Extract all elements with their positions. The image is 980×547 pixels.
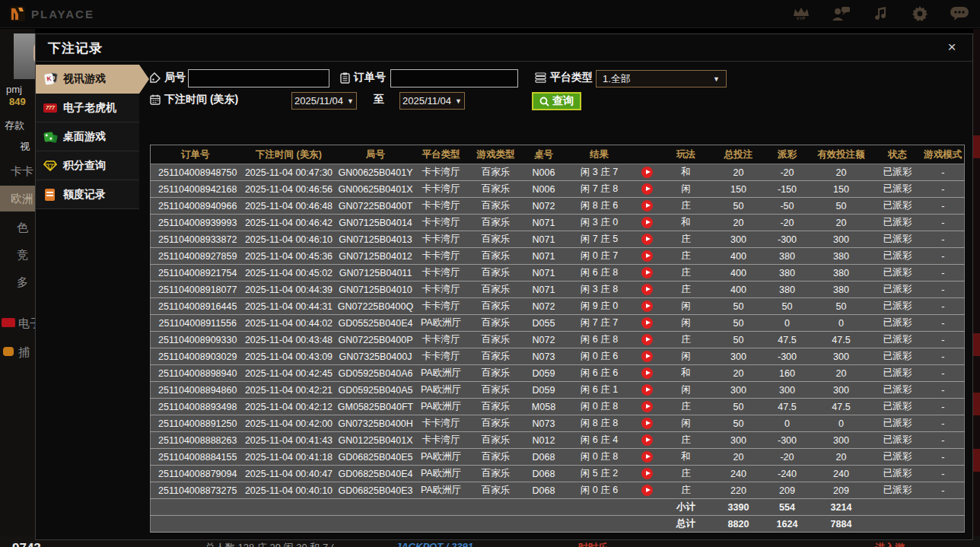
- replay-play-icon[interactable]: [641, 351, 653, 362]
- date-to-select[interactable]: 2025/11/04 ▼: [399, 92, 465, 110]
- replay-play-icon[interactable]: [641, 234, 653, 245]
- replay-play-icon[interactable]: [641, 401, 653, 412]
- settings-icon[interactable]: [910, 3, 930, 24]
- cell-valid: 380: [810, 265, 873, 281]
- cell-round: GN01225B0401X: [338, 432, 414, 449]
- cell-hall: 卡卡湾厅: [414, 198, 469, 215]
- cell-hall: PA欧洲厅: [414, 365, 469, 382]
- cell-bet: 300: [712, 432, 765, 449]
- sidebar-item-table-games[interactable]: 桌面游戏: [36, 122, 139, 151]
- cell-table: N072: [523, 332, 565, 348]
- cell-payout: -240: [765, 466, 810, 482]
- close-icon[interactable]: ×: [942, 37, 962, 57]
- cell-bet_type: 庄: [660, 281, 712, 298]
- cell-bet_type: 和: [660, 365, 712, 382]
- cell-play: [635, 482, 660, 499]
- cell-result: 闲 0 庄 7: [565, 248, 635, 265]
- cell-hall: PA欧洲厅: [414, 399, 469, 415]
- music-icon[interactable]: [870, 3, 890, 24]
- cell-round: GM05825B040FT: [338, 399, 414, 415]
- replay-play-icon[interactable]: [641, 284, 653, 295]
- cell-mode: -: [922, 482, 965, 499]
- cell-table: D068: [523, 466, 565, 482]
- sidebar-item-slots[interactable]: 777 电子老虎机: [36, 94, 139, 122]
- replay-play-icon[interactable]: [641, 267, 653, 278]
- cell-valid: 50: [810, 298, 873, 315]
- replay-play-icon[interactable]: [641, 250, 653, 262]
- cell-play: [635, 348, 660, 365]
- cell-game: 百家乐: [469, 449, 523, 466]
- cell-play: [635, 181, 660, 198]
- replay-play-icon[interactable]: [641, 384, 653, 396]
- table-row: 2511040089409662025-11-04 00:46:48GN0722…: [151, 198, 965, 215]
- cell-round: GN07325B0400J: [338, 348, 414, 365]
- cell-time: 2025-11-04 00:46:10: [240, 231, 338, 248]
- chat-icon[interactable]: [950, 3, 969, 24]
- col-game-type: 游戏类型: [469, 145, 523, 164]
- replay-play-icon[interactable]: [641, 485, 653, 496]
- cell-result: 闲 6 庄 8: [565, 265, 635, 281]
- brand-logo: PLAYACE: [9, 5, 94, 22]
- cell-payout: -150: [765, 181, 810, 198]
- search-icon: [539, 97, 549, 107]
- cell-result: 闲 0 庄 6: [565, 348, 635, 365]
- replay-play-icon[interactable]: [641, 301, 653, 312]
- cell-play: [635, 281, 660, 298]
- cell-hall: PA欧洲厅: [414, 315, 469, 332]
- bg-video-tab: 视: [20, 140, 30, 154]
- replay-play-icon[interactable]: [641, 183, 653, 195]
- cell-valid: 240: [810, 466, 873, 482]
- total-row: 总计 8820 1624 7884: [151, 516, 965, 533]
- sidebar-item-points[interactable]: 积分查询: [36, 151, 139, 180]
- subtotal-bet: 3390: [712, 499, 765, 516]
- cell-status: 已派彩: [873, 399, 922, 415]
- cell-payout: -300: [765, 348, 810, 365]
- col-table-no: 桌号: [523, 145, 565, 164]
- col-payout: 派彩: [765, 145, 810, 164]
- total-label: 总计: [660, 516, 712, 533]
- cell-result: 闲 9 庄 0: [565, 298, 635, 315]
- date-from-select[interactable]: 2025/11/04 ▼: [291, 92, 357, 110]
- order-input[interactable]: [390, 69, 518, 87]
- replay-play-icon[interactable]: [641, 217, 653, 228]
- replay-play-icon[interactable]: [641, 468, 653, 479]
- cell-mode: -: [922, 449, 965, 466]
- cell-bet: 300: [712, 231, 765, 248]
- cell-hall: PA欧洲厅: [414, 482, 469, 499]
- platform-select[interactable]: 1.全部 ▼: [596, 70, 727, 87]
- chevron-down-icon: ▼: [347, 97, 354, 105]
- sidebar-item-credit-records[interactable]: 额度记录: [36, 180, 139, 209]
- cell-play: [635, 215, 660, 231]
- replay-play-icon[interactable]: [641, 451, 653, 463]
- replay-play-icon[interactable]: [641, 167, 653, 178]
- cell-mode: -: [922, 348, 965, 365]
- col-round: 局号: [338, 145, 414, 164]
- background-right-edge: [973, 29, 980, 536]
- col-status: 状态: [873, 145, 922, 164]
- replay-play-icon[interactable]: [641, 434, 653, 446]
- cell-result: 闲 7 庄 7: [565, 315, 635, 332]
- replay-play-icon[interactable]: [641, 418, 653, 429]
- cell-order: 251104008939993: [151, 215, 240, 231]
- replay-play-icon[interactable]: [641, 367, 653, 379]
- cell-play: [635, 382, 660, 399]
- sidebar-item-video-games[interactable]: 9K 视讯游戏: [36, 65, 139, 94]
- cell-play: [635, 399, 660, 415]
- cell-bet: 300: [712, 382, 765, 399]
- replay-play-icon[interactable]: [641, 317, 653, 329]
- service-icon[interactable]: [831, 3, 851, 24]
- cell-result: 闲 3 庄 8: [565, 281, 635, 298]
- bet-time-label: 下注时间 (美东): [150, 93, 238, 107]
- table-row: 2511040089030292025-11-04 00:43:09GN0732…: [151, 348, 965, 365]
- query-button[interactable]: 查询: [532, 92, 581, 110]
- cell-status: 已派彩: [873, 415, 922, 432]
- cell-payout: -300: [765, 432, 810, 449]
- replay-play-icon[interactable]: [641, 200, 653, 211]
- cell-payout: 47.5: [765, 399, 810, 415]
- bg-tab: 电子: [18, 316, 35, 331]
- cell-round: GD06825B040E3: [338, 482, 414, 499]
- replay-play-icon[interactable]: [641, 334, 653, 345]
- cell-status: 已派彩: [873, 382, 922, 399]
- round-input[interactable]: [188, 69, 329, 87]
- vip-crown-icon[interactable]: VIP: [791, 3, 811, 24]
